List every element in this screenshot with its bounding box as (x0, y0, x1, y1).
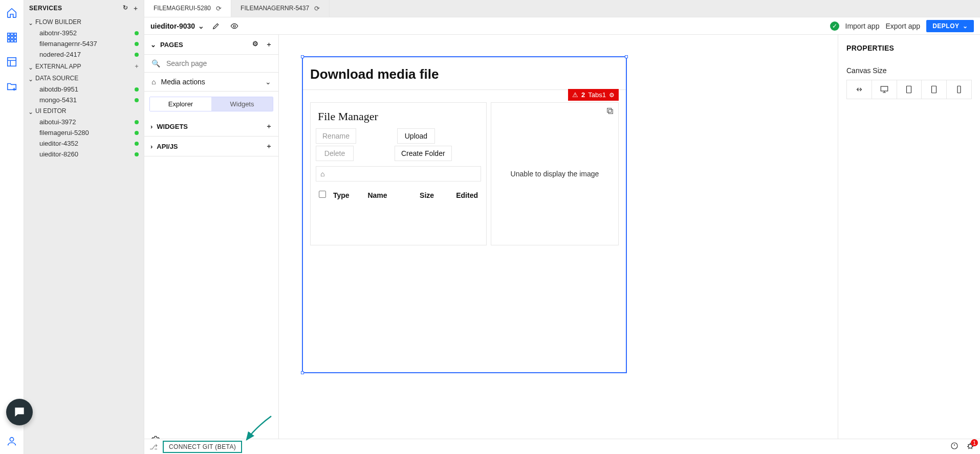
col-edited[interactable]: Edited (437, 188, 480, 202)
svg-rect-15 (881, 86, 888, 91)
canvas-title: Download media file (303, 57, 626, 90)
col-size[interactable]: Size (406, 188, 436, 202)
service-item[interactable]: mongo-5431 (24, 95, 144, 105)
badge-settings-icon[interactable]: ⚙ (609, 92, 615, 99)
add-icon[interactable]: ＋ (133, 4, 139, 13)
col-type[interactable]: Type (331, 188, 364, 202)
folder-add-icon[interactable] (6, 81, 17, 92)
window-tab[interactable]: FILEMANAGERNR-5437⟳ (231, 0, 330, 17)
services-panel: SERVICES ↻ ＋ ⌄FLOW BUILDERaibotnr-3952fi… (24, 0, 144, 454)
device-tablet-landscape[interactable] (897, 80, 922, 99)
edit-icon[interactable] (209, 19, 223, 33)
export-app-link[interactable]: Export app (885, 22, 920, 30)
add-icon[interactable]: ＋ (134, 62, 140, 71)
service-label: filemagerui-5280 (39, 129, 89, 137)
debug-icon[interactable]: 1 (966, 441, 975, 452)
col-name[interactable]: Name (365, 188, 404, 202)
service-group-ui_editor[interactable]: ⌄UI EDITOR (24, 105, 144, 117)
settings-icon[interactable]: ⚙ (252, 40, 258, 49)
selection-handle[interactable] (301, 371, 304, 374)
project-name[interactable]: uieditor-9030 (150, 22, 195, 30)
svg-rect-6 (8, 40, 10, 42)
power-icon[interactable] (950, 442, 959, 451)
pages-title: PAGES (160, 41, 183, 49)
layout-icon[interactable] (6, 56, 17, 67)
properties-panel: PROPERTIES Canvas Size (838, 35, 980, 454)
reload-icon[interactable]: ⟳ (216, 5, 222, 12)
svg-rect-7 (11, 40, 13, 42)
selection-handle[interactable] (625, 55, 628, 58)
window-tab[interactable]: FILEMAGERUI-5280⟳ (144, 0, 231, 17)
user-icon[interactable] (6, 436, 17, 447)
path-bar[interactable]: ⌂ (316, 166, 481, 181)
import-app-link[interactable]: Import app (845, 22, 880, 30)
home-icon[interactable]: ⌂ (320, 170, 324, 178)
git-branch-icon[interactable]: ⎇ (149, 443, 158, 451)
chat-bubble[interactable] (6, 399, 33, 425)
canvas-size-label: Canvas Size (846, 66, 972, 75)
device-mobile[interactable] (947, 80, 971, 99)
home-icon[interactable] (6, 7, 17, 18)
service-item[interactable]: filemagerui-5280 (24, 127, 144, 138)
badge-count: 2 (581, 91, 585, 99)
preview-icon[interactable] (228, 19, 241, 33)
warning-icon: ⚠ (572, 91, 578, 99)
service-item[interactable]: aibotui-3972 (24, 117, 144, 127)
chevron-down-icon: ⌄ (28, 19, 33, 25)
select-all-checkbox[interactable] (319, 191, 326, 198)
chevron-right-icon: › (150, 143, 153, 150)
widgets-section[interactable]: › WIDGETS ＋ (144, 117, 278, 137)
service-item[interactable]: filemanagernr-5437 (24, 38, 144, 49)
svg-rect-0 (8, 33, 10, 36)
pages-panel: ⌄ PAGES ⚙ ＋ 🔍 ⌂ Media actions ⌄ (144, 35, 279, 454)
service-group-flow_builder[interactable]: ⌄FLOW BUILDER (24, 16, 144, 28)
svg-rect-14 (607, 108, 612, 112)
service-item[interactable]: nodered-2417 (24, 49, 144, 60)
delete-button[interactable]: Delete (316, 146, 354, 161)
svg-rect-3 (8, 36, 10, 39)
search-input[interactable] (165, 59, 271, 68)
selection-handle[interactable] (301, 55, 304, 58)
create-folder-button[interactable]: Create Folder (395, 146, 452, 161)
device-auto[interactable] (847, 80, 872, 99)
copy-icon[interactable] (606, 107, 614, 117)
canvas-artboard[interactable]: Download media file ⚠ 2 Tabs1 ⚙ File Man… (302, 56, 627, 373)
service-item[interactable]: uieditor-4352 (24, 138, 144, 149)
service-group-external_app[interactable]: ⌄EXTERNAL APP＋ (24, 60, 144, 73)
current-page-row[interactable]: ⌂ Media actions ⌄ (144, 73, 278, 92)
svg-rect-8 (14, 40, 17, 42)
properties-title: PROPERTIES (846, 44, 972, 52)
svg-rect-2 (14, 33, 17, 36)
window-tabs: FILEMAGERUI-5280⟳FILEMANAGERNR-5437⟳ (144, 0, 980, 17)
service-item[interactable]: aibotdb-9951 (24, 84, 144, 95)
chevron-down-icon[interactable]: ⌄ (265, 78, 271, 86)
apps-icon[interactable] (6, 32, 17, 43)
refresh-icon[interactable]: ↻ (123, 4, 128, 13)
add-widget-icon[interactable]: ＋ (266, 122, 272, 131)
service-item[interactable]: aibotnr-3952 (24, 28, 144, 38)
status-dot (135, 87, 139, 92)
pages-header[interactable]: ⌄ PAGES ⚙ ＋ (144, 35, 278, 55)
rename-button[interactable]: Rename (316, 128, 356, 144)
service-label: aibotui-3972 (39, 118, 76, 126)
canvas-area[interactable]: Download media file ⚠ 2 Tabs1 ⚙ File Man… (279, 35, 838, 454)
service-label: mongo-5431 (39, 96, 77, 104)
add-page-icon[interactable]: ＋ (266, 40, 272, 49)
service-item[interactable]: uieditor-8260 (24, 149, 144, 160)
upload-button[interactable]: Upload (397, 128, 435, 144)
svg-rect-17 (932, 86, 937, 93)
device-tablet-portrait[interactable] (922, 80, 947, 99)
service-group-data_source[interactable]: ⌄DATA SOURCE (24, 73, 144, 84)
add-api-icon[interactable]: ＋ (266, 142, 272, 151)
apijs-section[interactable]: › API/JS ＋ (144, 137, 278, 156)
device-desktop[interactable] (872, 80, 897, 99)
tab-explorer[interactable]: Explorer (150, 97, 211, 111)
connect-git-button[interactable]: CONNECT GIT (BETA) (163, 441, 242, 453)
tabs-widget-badge[interactable]: ⚠ 2 Tabs1 ⚙ (568, 89, 619, 101)
reload-icon[interactable]: ⟳ (314, 5, 320, 12)
deploy-button[interactable]: DEPLOY ⌄ (926, 20, 974, 32)
project-caret-icon[interactable]: ⌄ (198, 22, 204, 30)
svg-rect-9 (8, 58, 16, 66)
page-search[interactable]: 🔍 (144, 55, 278, 73)
tab-widgets[interactable]: Widgets (211, 97, 273, 111)
